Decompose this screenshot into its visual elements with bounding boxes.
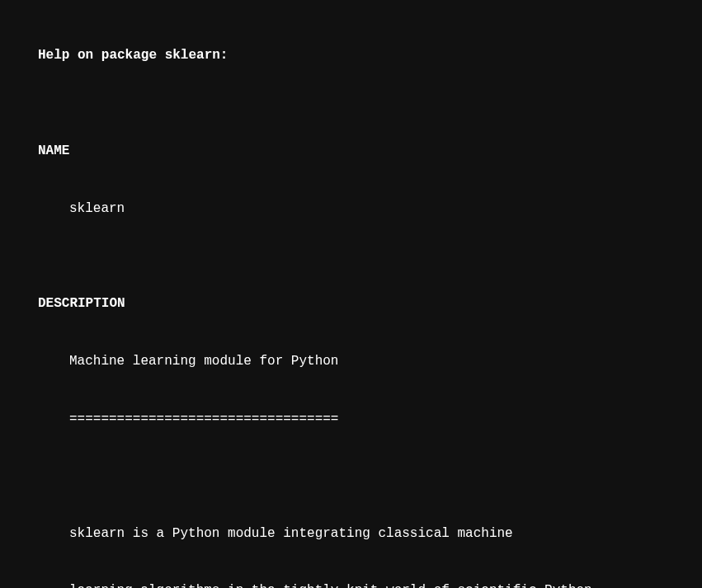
help-output: Help on package sklearn: NAME sklearn DE…: [38, 8, 702, 588]
description-underline: ==================================: [38, 410, 702, 429]
blank-line: [38, 467, 702, 486]
name-heading: NAME: [38, 142, 702, 161]
description-heading: DESCRIPTION: [38, 294, 702, 313]
description-p1-l1: sklearn is a Python module integrating c…: [38, 524, 702, 543]
name-value: sklearn: [38, 200, 702, 219]
help-header: Help on package sklearn:: [38, 46, 702, 65]
description-title: Machine learning module for Python: [38, 352, 702, 371]
description-p1-l2: learning algorithms in the tightly-knit …: [38, 581, 702, 588]
